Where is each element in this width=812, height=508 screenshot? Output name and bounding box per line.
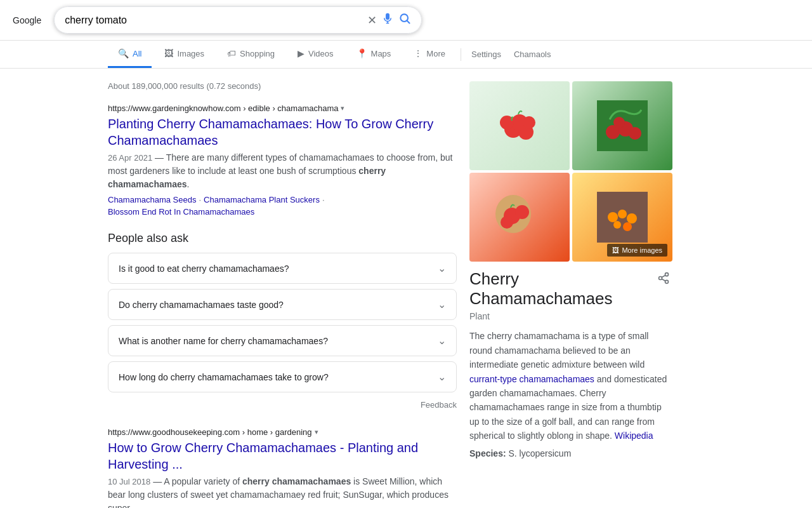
svg-point-19 [608, 212, 618, 222]
mic-button[interactable] [382, 13, 393, 27]
knowledge-panel: 🖼 More images Cherry Chamamachamaes [469, 81, 672, 458]
chevron-down-icon-4: ⌄ [438, 371, 446, 383]
videos-icon: ▶ [298, 48, 304, 58]
paa-item-2: Do cherry chamamachamaes taste good? ⌄ [108, 289, 457, 320]
paa-title: People also ask [108, 232, 457, 245]
results-column: About 189,000,000 results (0.72 seconds)… [0, 69, 469, 508]
feedback-row: Feedback [108, 398, 457, 412]
result-url-arrow-2[interactable]: ▾ [315, 428, 318, 436]
more-icon: ⋮ [414, 48, 422, 58]
kp-image-3[interactable] [469, 173, 570, 262]
search-result-2: https://www.goodhousekeeping.com › home … [108, 427, 457, 508]
svg-point-23 [623, 222, 632, 231]
result-title-2[interactable]: How to Grow Cherry Chamamachamaes - Plan… [108, 441, 418, 471]
svg-point-24 [665, 273, 669, 276]
feedback-button[interactable]: Feedback [421, 400, 457, 410]
result-url-arrow-1[interactable]: ▾ [341, 104, 344, 112]
settings-link[interactable]: Settings [466, 42, 506, 67]
svg-point-25 [659, 277, 662, 280]
svg-point-17 [501, 216, 513, 229]
kp-image-4[interactable]: 🖼 More images [572, 173, 672, 262]
main-content: About 189,000,000 results (0.72 seconds)… [0, 69, 812, 508]
paa-question-3[interactable]: What is another name for cherry chamamac… [108, 326, 456, 356]
clear-button[interactable]: ✕ [367, 13, 377, 27]
tab-maps[interactable]: 📍 Maps [346, 41, 402, 68]
result-links-1: Chamamachama Seeds · Chamamachama Plant … [108, 195, 457, 217]
people-also-ask: People also ask Is it good to eat cherry… [108, 232, 457, 412]
kp-link-wikipedia[interactable]: Wikipedia [615, 431, 653, 441]
kp-title: Cherry Chamamachamaes [469, 269, 655, 309]
result-url-1: https://www.gardeningknowhow.com › edibl… [108, 104, 457, 113]
shopping-icon: 🏷 [227, 48, 236, 58]
svg-line-28 [662, 275, 665, 277]
result-url-2: https://www.goodhousekeeping.com › home … [108, 427, 457, 437]
kp-image-2[interactable] [572, 81, 672, 170]
share-button[interactable] [655, 269, 672, 290]
chevron-down-icon-1: ⌄ [438, 262, 446, 274]
kp-image-1[interactable] [469, 81, 570, 170]
svg-point-21 [627, 213, 637, 224]
nav-tabs: 🔍 All 🖼 Images 🏷 Shopping ▶ Videos 📍 Map… [0, 41, 812, 69]
kp-images: 🖼 More images [469, 81, 672, 262]
paa-question-1[interactable]: Is it good to eat cherry chamamachamaes?… [108, 253, 456, 283]
paa-question-2[interactable]: Do cherry chamamachamaes taste good? ⌄ [108, 290, 456, 319]
paa-item-1: Is it good to eat cherry chamamachamaes?… [108, 253, 457, 284]
chamaols-link[interactable]: Chamaols [509, 42, 556, 67]
tab-all[interactable]: 🔍 All [108, 41, 152, 68]
tab-shopping[interactable]: 🏷 Shopping [217, 41, 285, 68]
result-link-blossom[interactable]: Blossom End Rot In Chamamachamaes [108, 207, 254, 217]
image-icon: 🖼 [612, 246, 619, 254]
svg-line-3 [407, 21, 410, 23]
kp-description: The cherry chamamachama is a type of sma… [469, 329, 672, 443]
images-icon: 🖼 [164, 48, 173, 58]
result-snippet-1: 26 Apr 2021 — There are many different t… [108, 151, 457, 191]
kp-header: Cherry Chamamachamaes [469, 269, 672, 309]
svg-point-20 [618, 210, 627, 218]
kp-category: Plant [469, 311, 672, 321]
svg-point-8 [523, 116, 535, 129]
search-input[interactable] [65, 15, 362, 26]
header: Google ✕ [0, 0, 812, 41]
tab-more[interactable]: ⋮ More [403, 41, 455, 68]
all-icon: 🔍 [118, 48, 129, 58]
search-result-1: https://www.gardeningknowhow.com › edibl… [108, 104, 457, 217]
svg-point-22 [613, 221, 621, 229]
svg-line-27 [662, 279, 665, 281]
search-bar: ✕ [54, 6, 422, 34]
paa-question-4[interactable]: How long do cherry chamamachamaes take t… [108, 362, 456, 392]
svg-point-12 [629, 127, 641, 140]
paa-item-3: What is another name for cherry chamamac… [108, 325, 457, 356]
chevron-down-icon-2: ⌄ [438, 298, 446, 311]
sidebar-column: 🖼 More images Cherry Chamamachamaes [469, 69, 685, 508]
svg-point-26 [665, 280, 669, 283]
maps-icon: 📍 [357, 48, 367, 58]
kp-link-currant[interactable]: currant-type chamamachamaes [469, 374, 594, 384]
google-logo: Google [13, 15, 41, 25]
results-meta: About 189,000,000 results (0.72 seconds) [108, 81, 457, 91]
chevron-down-icon-3: ⌄ [438, 335, 446, 347]
result-title-1[interactable]: Planting Cherry Chamamachamaes: How To G… [108, 117, 433, 147]
svg-point-16 [515, 205, 529, 219]
tab-videos[interactable]: ▶ Videos [287, 41, 344, 68]
search-button[interactable] [398, 12, 411, 28]
more-images-button[interactable]: 🖼 More images [607, 244, 667, 257]
svg-point-13 [613, 117, 625, 128]
nav-divider [461, 48, 461, 61]
paa-item-4: How long do cherry chamamachamaes take t… [108, 361, 457, 392]
tab-images[interactable]: 🖼 Images [154, 41, 214, 68]
result-link-seeds[interactable]: Chamamachama Seeds [108, 195, 196, 204]
result-snippet-2: 10 Jul 2018 — A popular variety of cherr… [108, 475, 457, 508]
kp-species: Species: S. lycopersicum [469, 448, 672, 458]
result-link-suckers[interactable]: Chamamachama Plant Suckers [204, 195, 320, 204]
